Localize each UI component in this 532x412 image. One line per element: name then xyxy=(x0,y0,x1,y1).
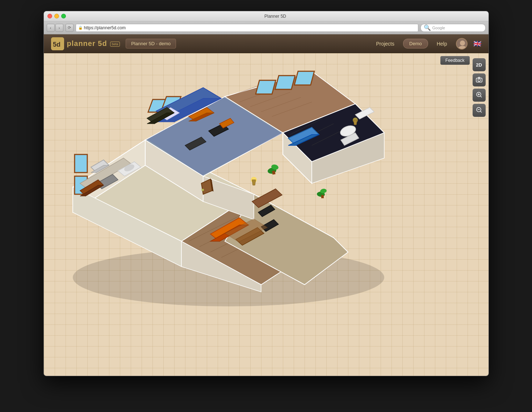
main-canvas: Feedback 2D xyxy=(44,53,489,376)
svg-rect-47 xyxy=(75,154,87,173)
minimize-button[interactable] xyxy=(54,14,59,18)
camera-button[interactable] xyxy=(473,73,486,86)
help-link[interactable]: Help xyxy=(434,39,450,48)
user-avatar[interactable] xyxy=(456,38,468,50)
back-button[interactable]: ‹ xyxy=(47,24,55,32)
titlebar-buttons xyxy=(47,14,66,18)
window-title: Planner 5D xyxy=(66,14,485,19)
logo-area: 5d planner 5d beta xyxy=(51,37,120,50)
language-flag[interactable]: 🇬🇧 xyxy=(473,40,481,48)
zoom-out-icon xyxy=(476,106,483,115)
svg-rect-79 xyxy=(272,171,276,175)
svg-rect-45 xyxy=(275,76,295,89)
svg-line-13 xyxy=(480,111,482,112)
floorplan-svg[interactable] xyxy=(51,60,406,328)
logo-planner: planner xyxy=(67,39,98,47)
svg-marker-89 xyxy=(353,120,357,125)
demo-button[interactable]: Demo xyxy=(403,39,428,48)
titlebar: Planner 5D xyxy=(44,11,489,21)
url-text: https://planner5d.com xyxy=(84,25,416,30)
projects-link[interactable]: Projects xyxy=(373,39,397,48)
svg-text:5d: 5d xyxy=(53,41,60,48)
2d-label: 2D xyxy=(476,62,482,68)
zoom-in-icon xyxy=(476,91,483,99)
svg-rect-44 xyxy=(256,80,276,94)
back-arrow-icon: ‹ xyxy=(50,26,51,30)
svg-point-6 xyxy=(478,79,480,81)
browser-window: Planner 5D ‹ › ⟳ 🔒 https://planner5d.com… xyxy=(43,11,489,376)
logo-5d: 5d xyxy=(98,39,107,47)
url-bar: ‹ › ⟳ 🔒 https://planner5d.com 🔍 Google xyxy=(44,21,489,34)
search-field[interactable]: 🔍 Google xyxy=(420,24,486,32)
svg-rect-82 xyxy=(321,195,324,198)
lock-icon: 🔒 xyxy=(78,26,83,30)
feedback-button[interactable]: Feedback xyxy=(440,56,470,65)
svg-marker-87 xyxy=(252,180,256,185)
reload-icon: ⟳ xyxy=(68,25,71,30)
forward-button[interactable]: › xyxy=(55,24,63,32)
svg-line-10 xyxy=(480,96,482,97)
zoom-in-button[interactable] xyxy=(473,89,486,102)
nav-buttons: ‹ › xyxy=(47,24,63,32)
url-field[interactable]: 🔒 https://planner5d.com xyxy=(76,24,418,32)
zoom-out-button[interactable] xyxy=(473,104,486,117)
svg-rect-46 xyxy=(294,71,314,85)
camera-icon xyxy=(476,76,483,84)
forward-arrow-icon: › xyxy=(59,26,60,30)
maximize-button[interactable] xyxy=(61,14,66,18)
search-placeholder: Google xyxy=(432,26,445,30)
close-button[interactable] xyxy=(47,14,52,18)
logo-icon: 5d xyxy=(51,37,64,50)
svg-point-3 xyxy=(460,41,465,46)
app-header: 5d planner 5d beta Planner 5D - demo Pro… xyxy=(44,34,489,53)
reload-button[interactable]: ⟳ xyxy=(66,24,74,32)
logo-text: planner 5d xyxy=(67,39,107,48)
project-name-button[interactable]: Planner 5D - demo xyxy=(126,39,176,48)
search-icon: 🔍 xyxy=(424,24,431,31)
beta-badge: beta xyxy=(110,42,120,47)
svg-point-85 xyxy=(202,189,204,191)
right-toolbar: 2D xyxy=(473,58,486,117)
2d-view-button[interactable]: 2D xyxy=(473,58,486,71)
